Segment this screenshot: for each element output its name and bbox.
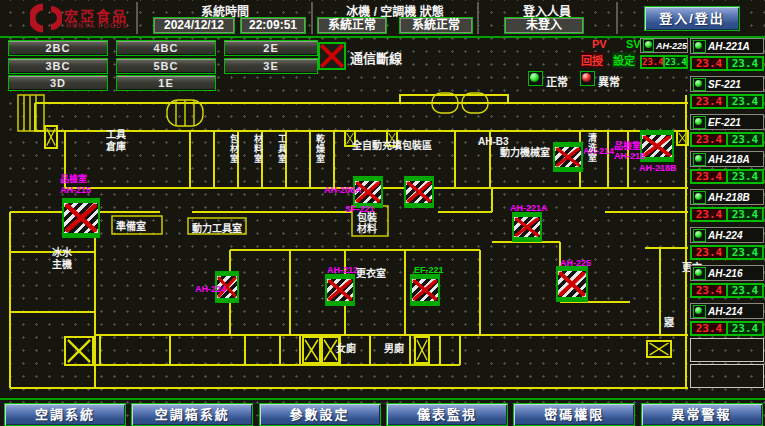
login-logout-button[interactable]: 登入/登出 [644,6,740,31]
ahu-offline-icon[interactable] [325,274,355,306]
ahu-offline-icon[interactable] [512,212,542,242]
unit-pv-value: 23.4 [692,96,728,107]
unit-name-box: AH-218A [690,151,764,167]
fan-damper-icon [646,340,672,358]
ahu-offline-icon[interactable] [553,142,583,172]
unit-pv-value: 23.4 [692,285,728,296]
floor-button-5bc[interactable]: 5BC [116,58,216,74]
empty-unit-slot [690,338,764,362]
unit-name-box: AH-225 [640,38,688,53]
fan-damper-icon [64,336,94,366]
unit-name-box: AH-216 [690,265,764,281]
floor-button-3bc[interactable]: 3BC [8,58,108,74]
unit-name-box: SF-221 [690,76,764,92]
unit-sv-value: 23.4 [728,323,762,334]
unit-status-led [693,191,706,204]
plan-room-label: 清洗室 [586,133,597,163]
comm-offline-label: 通信斷線 [350,48,402,67]
floor-button-2bc[interactable]: 2BC [8,40,108,56]
ahu-offline-icon[interactable] [640,130,674,162]
unit-sv-value: 23.4 [728,134,762,145]
plan-unit-label: AH-212 [327,265,358,275]
nav-button-5[interactable]: 密碼權限 [513,403,635,426]
plan-unit-label: AH-218B [639,163,677,173]
unit-pv-value: 23.4 [692,323,728,334]
unit-value-box: 23.423.4 [690,207,764,222]
unit-status-led [693,305,706,318]
comm-offline-icon [318,42,346,70]
fan-damper-icon [676,130,689,146]
nav-button-3[interactable]: 參數設定 [259,403,381,426]
plan-room-label: 準備室 [116,221,146,232]
unit-name-box: AH-224 [690,227,764,243]
unit-pv-value: 23.4 [692,247,728,258]
unit-pv-value: 23.4 [642,57,665,67]
unit-pv-value: 23.4 [692,171,728,182]
unit-value-box: 23.423.4 [640,55,688,69]
unit-name: AH-214 [708,306,742,317]
ahu-offline-icon[interactable] [62,198,100,238]
hvac-scada-screen: 宏亞食品 HUNYA FOODS 系統時間 2024/12/12 22:09:5… [0,0,765,426]
unit-name: AH-225 [656,41,687,51]
system-time-value: 22:09:51 [240,17,306,34]
floor-button-3e[interactable]: 3E [224,58,318,74]
ahu-status-value: 系統正常 [399,17,473,34]
unit-sv-value: 23.4 [728,247,762,258]
unit-sv-value: 23.4 [728,285,762,296]
floor-button-4bc[interactable]: 4BC [116,40,216,56]
pv-legend-label: PV [592,38,607,50]
unit-name-box: AH-221A [690,38,764,54]
unit-name: SF-221 [708,79,741,90]
feedback-legend-label: 回授 [580,52,604,68]
nav-button-6[interactable]: 異常警報 [641,403,763,426]
fan-damper-icon [414,336,430,364]
ahu-offline-icon[interactable] [410,274,440,306]
unit-value-box: 23.423.4 [690,169,764,184]
plan-room-label: 包材室 [228,134,239,164]
plan-room-label: 全自動充填包裝區 [352,140,432,151]
plan-room-label: 包裝 [357,212,377,223]
company-logo-icon [30,3,62,33]
plan-unit-label: AH-218 [614,151,645,161]
unit-name: AH-216 [708,268,742,279]
plan-room-label: 材料室 [252,134,263,164]
unit-name: AH-218A [708,154,750,165]
unit-name: AH-224 [708,230,742,241]
plan-room-label: 動力機械室 [500,147,550,158]
plan-unit-label: AH-224 [195,284,226,294]
plan-room-label: 主機 [52,259,72,270]
nav-button-1[interactable]: 空調系統 [4,403,126,426]
unit-pv-value: 23.4 [692,209,728,220]
setpoint-legend-label: 設定 [612,52,636,68]
plan-room-label: 材料 [357,223,377,234]
plan-unit-label: AH-206A [324,185,362,195]
plan-room-label: 倉庫 [106,141,126,152]
unit-name-box: AH-218B [690,189,764,205]
ahu-offline-icon[interactable] [556,266,588,302]
fan-damper-icon [44,125,58,149]
unit-sv-value: 23.4 [728,209,762,220]
unit-name-box: AH-214 [690,303,764,319]
nav-button-4[interactable]: 儀表監視 [386,403,508,426]
ahu-offline-icon[interactable] [404,176,434,208]
plan-room-label: 冰水 [52,247,72,258]
unit-value-box: 23.423.4 [690,245,764,260]
unit-pv-value: 23.4 [692,58,728,69]
plan-unit-label: 品檢室 [60,174,87,184]
unit-status-led [693,229,706,242]
sv-legend-label: SV [626,38,641,50]
unit-status-led [693,116,706,129]
header-divider [616,2,618,34]
unit-value-box: 23.423.4 [690,56,764,71]
system-date-value: 2024/12/12 [153,17,235,34]
nav-button-2[interactable]: 空調箱系統 [131,403,253,426]
floor-button-2e[interactable]: 2E [224,40,318,56]
plan-room-label: 男廁 [384,343,404,354]
header-bar: 宏亞食品 HUNYA FOODS 系統時間 2024/12/12 22:09:5… [0,0,765,38]
unit-name: EF-221 [708,117,741,128]
unit-status-led [693,78,706,91]
plan-room-label: 工具室 [276,134,287,164]
unit-status-led [693,40,706,53]
plan-room-label: 女廁 [336,343,356,354]
plan-room-label: 更衣室 [356,268,386,279]
